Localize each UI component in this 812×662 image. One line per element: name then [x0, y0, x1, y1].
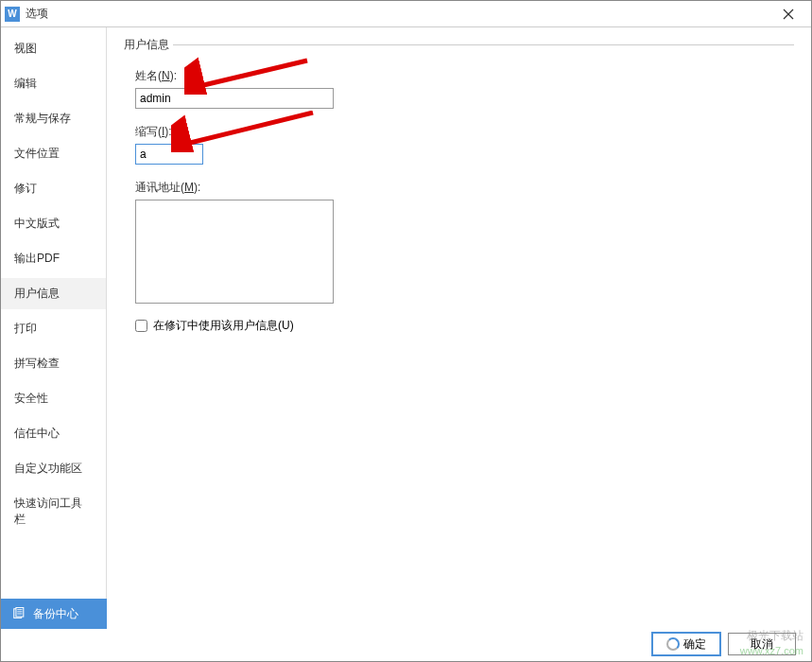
- cancel-button[interactable]: 取消: [728, 633, 796, 655]
- sidebar-item-general-save[interactable]: 常规与保存: [1, 103, 106, 134]
- backup-center-button[interactable]: 备份中心: [1, 599, 107, 629]
- sidebar-item-trust-center[interactable]: 信任中心: [1, 418, 106, 449]
- dialog-footer: 确定 取消: [1, 627, 811, 661]
- close-icon: [783, 9, 794, 20]
- window-title: 选项: [26, 6, 769, 22]
- address-textarea[interactable]: [135, 200, 334, 304]
- name-label: 姓名(N):: [135, 68, 794, 84]
- address-field-group: 通讯地址(M):: [135, 180, 794, 306]
- user-info-fieldset: 用户信息 姓名(N): 缩写(I): 通讯地址(M):: [124, 37, 794, 334]
- sidebar-item-revision[interactable]: 修订: [1, 173, 106, 204]
- ok-button[interactable]: 确定: [652, 633, 720, 655]
- name-field-group: 姓名(N):: [135, 68, 794, 109]
- sidebar-item-chinese-layout[interactable]: 中文版式: [1, 208, 106, 239]
- dialog-body: 视图 编辑 常规与保存 文件位置 修订 中文版式 输出PDF 用户信息 打印 拼…: [1, 27, 811, 629]
- close-button[interactable]: [769, 2, 807, 26]
- fieldset-divider: [173, 44, 794, 45]
- use-in-revision-row: 在修订中使用该用户信息(U): [135, 318, 794, 334]
- sidebar-item-file-location[interactable]: 文件位置: [1, 138, 106, 169]
- sidebar: 视图 编辑 常规与保存 文件位置 修订 中文版式 输出PDF 用户信息 打印 拼…: [1, 27, 107, 629]
- initial-field-group: 缩写(I):: [135, 124, 794, 165]
- sidebar-item-view[interactable]: 视图: [1, 33, 106, 64]
- use-in-revision-checkbox[interactable]: [135, 320, 147, 332]
- sidebar-item-print[interactable]: 打印: [1, 313, 106, 344]
- use-in-revision-label: 在修订中使用该用户信息(U): [153, 318, 294, 334]
- content-panel: 用户信息 姓名(N): 缩写(I): 通讯地址(M):: [107, 27, 811, 629]
- sidebar-item-quick-access[interactable]: 快速访问工具栏: [1, 488, 106, 535]
- sidebar-item-user-info[interactable]: 用户信息: [1, 278, 106, 309]
- sidebar-item-spellcheck[interactable]: 拼写检查: [1, 348, 106, 379]
- sidebar-item-security[interactable]: 安全性: [1, 383, 106, 414]
- backup-icon: [12, 607, 26, 620]
- initial-label: 缩写(I):: [135, 124, 794, 140]
- name-input[interactable]: [135, 88, 334, 109]
- sidebar-item-output-pdf[interactable]: 输出PDF: [1, 243, 106, 274]
- fieldset-legend: 用户信息: [124, 37, 173, 53]
- sidebar-item-edit[interactable]: 编辑: [1, 68, 106, 99]
- titlebar: W 选项: [1, 1, 811, 27]
- initial-input[interactable]: [135, 144, 203, 165]
- backup-center-label: 备份中心: [33, 606, 78, 622]
- app-icon: W: [5, 7, 20, 22]
- sidebar-item-customize-ribbon[interactable]: 自定义功能区: [1, 453, 106, 484]
- address-label: 通讯地址(M):: [135, 180, 794, 196]
